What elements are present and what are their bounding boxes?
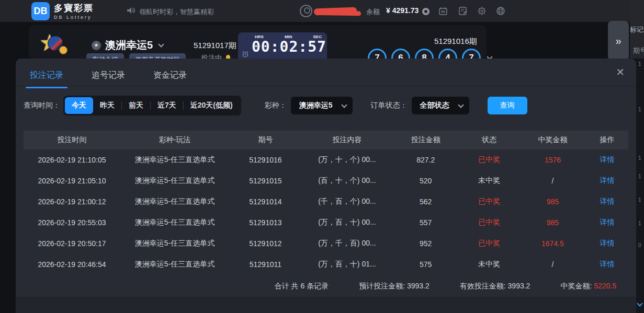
table-cell: 51291014 bbox=[229, 198, 302, 206]
time-option[interactable]: 今天 bbox=[65, 97, 93, 114]
lottery-select[interactable]: 澳洲幸运5 bbox=[291, 97, 353, 114]
table-cell: 1576 bbox=[519, 156, 586, 164]
table-cell: (万，千，百) 00... bbox=[302, 239, 392, 248]
table-cell: 已中奖 bbox=[459, 155, 519, 165]
modal-bottom-area bbox=[16, 297, 636, 313]
panel-collapse-button[interactable]: » bbox=[608, 21, 629, 61]
table-cell: / bbox=[519, 260, 586, 269]
table-row: 2026-02-19 20:55:03澳洲幸运5-任三直选单式51291013(… bbox=[24, 212, 628, 233]
settings-gear-icon[interactable] bbox=[477, 6, 487, 16]
current-issue: 51291017期 bbox=[194, 41, 236, 51]
chevron-down-icon bbox=[158, 41, 164, 47]
table-cell: 1674.5 bbox=[519, 239, 586, 248]
record-note-icon[interactable] bbox=[458, 6, 468, 16]
modal-tabs: 投注记录追号记录资金记录 bbox=[29, 65, 188, 88]
recent-draws-clipped-strip: 1111110 bbox=[636, 59, 644, 313]
table-cell: 952 bbox=[392, 239, 459, 248]
time-option[interactable]: 近7天 bbox=[151, 97, 183, 114]
prize-amount: 中奖金额: 5220.5 bbox=[560, 282, 616, 291]
mark-number-label[interactable]: 标记号 bbox=[630, 25, 644, 34]
tab-chase-records[interactable]: 追号记录 bbox=[91, 65, 126, 88]
table-cell: 澳洲幸运5-任三直选单式 bbox=[120, 260, 229, 269]
username-redaction bbox=[314, 7, 357, 16]
table-cell: 520 bbox=[392, 177, 459, 185]
table-cell: 2026-02-19 20:50:17 bbox=[24, 239, 120, 248]
eye-icon[interactable] bbox=[422, 7, 430, 16]
table-cell: 澳洲幸运5-任三直选单式 bbox=[120, 197, 229, 206]
column-header: 期号 bbox=[229, 135, 302, 145]
issue-number-label[interactable]: 期号 bbox=[633, 46, 644, 55]
detail-link[interactable]: 详情 bbox=[586, 176, 628, 186]
table-cell: 51291013 bbox=[229, 218, 302, 227]
app-title: 多寶彩票 DB Lottery bbox=[54, 2, 94, 20]
avatar[interactable] bbox=[300, 5, 312, 17]
table-cell: 澳洲幸运5-任三直选单式 bbox=[120, 176, 229, 186]
valid-amount: 有效投注金额: 3993.2 bbox=[460, 282, 530, 291]
app-logo[interactable]: DB bbox=[31, 2, 50, 20]
table-cell: 澳洲幸运5-任三直选单式 bbox=[120, 218, 229, 227]
total-records: 合计 共 6 条记录 bbox=[275, 282, 329, 291]
lottery-name[interactable]: ★ 澳洲幸运5 bbox=[92, 38, 163, 52]
detail-link[interactable]: 详情 bbox=[586, 260, 628, 269]
column-header: 中奖金额 bbox=[519, 135, 586, 145]
detail-link[interactable]: 详情 bbox=[586, 239, 628, 248]
detail-link[interactable]: 详情 bbox=[586, 155, 628, 165]
table-cell: 2026-02-19 20:55:03 bbox=[24, 218, 120, 227]
speaker-icon bbox=[127, 7, 135, 14]
query-button[interactable]: 查询 bbox=[488, 97, 527, 114]
time-filter-label: 查询时间： bbox=[24, 101, 60, 110]
lottery-ball-icon: ★ bbox=[39, 29, 69, 56]
order-status-select[interactable]: 全部状态 bbox=[412, 97, 469, 114]
tab-fund-records[interactable]: 资金记录 bbox=[152, 65, 188, 88]
column-header: 彩种-玩法 bbox=[120, 135, 229, 145]
balance-label: 余额 bbox=[366, 7, 380, 17]
table-cell: (万，百，十) 00... bbox=[302, 218, 392, 227]
table-cell: 51291016 bbox=[229, 156, 302, 164]
table-body: 2026-02-19 21:10:05澳洲幸运5-任三直选单式51291016(… bbox=[24, 149, 628, 275]
table-cell: (百，十，个) 00... bbox=[302, 176, 392, 186]
table-cell: 未中奖 bbox=[459, 176, 519, 186]
table-cell: 澳洲幸运5-任三直选单式 bbox=[120, 155, 229, 165]
table-cell: 985 bbox=[519, 198, 586, 206]
star-badge-icon: ★ bbox=[92, 41, 101, 50]
globe-icon[interactable] bbox=[496, 6, 505, 16]
time-option[interactable]: 前天 bbox=[122, 97, 150, 114]
detail-link[interactable]: 详情 bbox=[586, 197, 628, 206]
detail-link[interactable]: 详情 bbox=[586, 218, 628, 227]
announcement-text: 领航时时彩，智慧赢精彩 bbox=[139, 7, 214, 17]
close-icon[interactable]: ✕ bbox=[616, 66, 625, 78]
table-row: 2026-02-19 20:46:54澳洲幸运5-任三直选单式51291011(… bbox=[24, 254, 628, 275]
table-cell: 985 bbox=[519, 218, 586, 227]
tab-bet-records[interactable]: 投注记录 bbox=[29, 65, 64, 88]
column-header: 操作 bbox=[586, 135, 628, 145]
table-cell: (千，百，个) 00... bbox=[302, 197, 392, 206]
table-cell: 2026-02-19 20:46:54 bbox=[24, 260, 120, 269]
time-option[interactable]: 近20天(低频) bbox=[184, 97, 240, 114]
table-row: 2026-02-19 20:50:17澳洲幸运5-任三直选单式51291012(… bbox=[24, 233, 628, 254]
column-header: 投注金额 bbox=[392, 135, 459, 145]
table-cell: 2026-02-19 21:10:05 bbox=[24, 156, 120, 164]
table-cell: 已中奖 bbox=[459, 218, 519, 227]
chevron-down-icon bbox=[341, 102, 347, 108]
table-cell: 51291011 bbox=[229, 260, 302, 269]
table-cell: (万，十，个) 00... bbox=[302, 155, 392, 165]
balance-value: ¥ 4291.73 bbox=[386, 6, 419, 15]
filter-bar: 查询时间： 今天昨天前天近7天近20天(低频) 彩种： 澳洲幸运5 订单状态： … bbox=[16, 95, 636, 116]
column-header: 投注时间 bbox=[24, 135, 120, 145]
table-row: 2026-02-19 21:00:12澳洲幸运5-任三直选单式51291014(… bbox=[24, 191, 628, 212]
expected-amount: 预计投注金额: 3993.2 bbox=[359, 282, 430, 291]
table-cell: 2026-02-19 21:05:10 bbox=[24, 177, 120, 185]
table-row: 2026-02-19 21:05:10澳洲幸运5-任三直选单式51291015(… bbox=[24, 170, 628, 191]
table-cell: 2026-02-19 21:00:12 bbox=[24, 198, 120, 206]
column-header: 状态 bbox=[459, 135, 519, 145]
time-option[interactable]: 昨天 bbox=[93, 97, 121, 114]
table-cell: 51291012 bbox=[229, 239, 302, 248]
chevron-down-icon bbox=[458, 102, 464, 108]
column-header: 投注内容 bbox=[302, 135, 392, 145]
checkin-icon[interactable] bbox=[438, 6, 448, 16]
table-header: 投注时间彩种-玩法期号投注内容投注金额状态中奖金额操作 bbox=[24, 131, 628, 149]
lottery-filter-label: 彩种： bbox=[265, 101, 287, 110]
alarm-clock-icon bbox=[242, 51, 248, 57]
table-cell: 未中奖 bbox=[459, 260, 519, 269]
table-cell: 已中奖 bbox=[459, 239, 519, 248]
